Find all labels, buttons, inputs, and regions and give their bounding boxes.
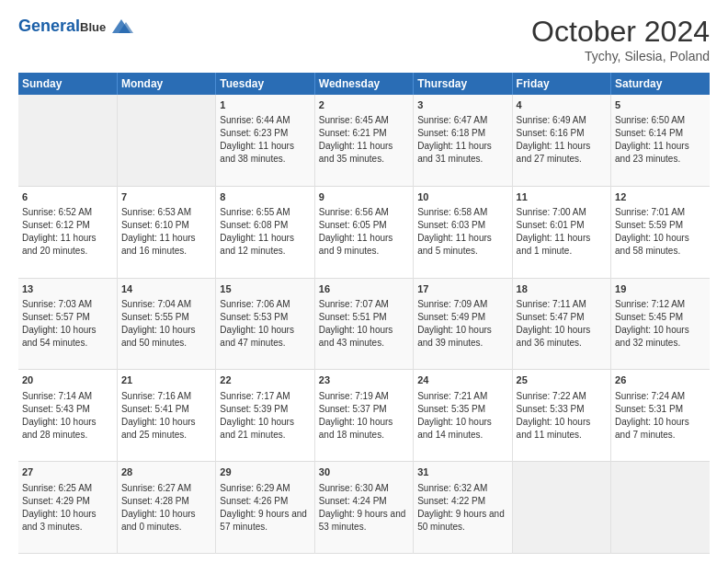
- weekday-header-tuesday: Tuesday: [216, 73, 314, 95]
- day-info: Sunrise: 7:24 AMSunset: 5:31 PMDaylight:…: [615, 390, 706, 442]
- calendar-cell: 26Sunrise: 7:24 AMSunset: 5:31 PMDayligh…: [611, 370, 710, 462]
- calendar-cell: [117, 95, 215, 186]
- day-number: 18: [517, 282, 607, 296]
- day-number: 9: [319, 190, 409, 204]
- day-info: Sunrise: 6:55 AMSunset: 6:08 PMDaylight:…: [220, 206, 310, 258]
- day-info: Sunrise: 7:07 AMSunset: 5:51 PMDaylight:…: [319, 298, 409, 350]
- day-info: Sunrise: 7:09 AMSunset: 5:49 PMDaylight:…: [417, 298, 507, 350]
- calendar-page: GeneralBlue October 2024 Tychy, Silesia,…: [0, 0, 728, 563]
- calendar-title: October 2024: [531, 15, 710, 49]
- day-number: 25: [517, 373, 607, 387]
- day-number: 14: [121, 282, 211, 296]
- day-info: Sunrise: 6:58 AMSunset: 6:03 PMDaylight:…: [417, 206, 507, 258]
- day-info: Sunrise: 7:22 AMSunset: 5:33 PMDaylight:…: [517, 390, 607, 442]
- weekday-header-saturday: Saturday: [611, 73, 710, 95]
- day-number: 22: [220, 373, 310, 387]
- header: GeneralBlue October 2024 Tychy, Silesia,…: [18, 15, 710, 63]
- calendar-cell: 19Sunrise: 7:12 AMSunset: 5:45 PMDayligh…: [611, 278, 710, 370]
- day-number: 11: [517, 190, 607, 204]
- calendar-cell: 14Sunrise: 7:04 AMSunset: 5:55 PMDayligh…: [117, 278, 215, 370]
- day-info: Sunrise: 7:21 AMSunset: 5:35 PMDaylight:…: [417, 390, 507, 442]
- day-number: 13: [22, 282, 113, 296]
- day-info: Sunrise: 6:27 AMSunset: 4:28 PMDaylight:…: [121, 482, 211, 534]
- day-info: Sunrise: 7:12 AMSunset: 5:45 PMDaylight:…: [615, 298, 706, 350]
- day-number: 27: [22, 465, 113, 479]
- calendar-cell: 27Sunrise: 6:25 AMSunset: 4:29 PMDayligh…: [18, 462, 117, 554]
- day-number: 4: [517, 98, 607, 112]
- day-number: 21: [121, 373, 211, 387]
- day-number: 17: [417, 282, 507, 296]
- calendar-cell: 7Sunrise: 6:53 AMSunset: 6:10 PMDaylight…: [117, 186, 215, 278]
- calendar-cell: 8Sunrise: 6:55 AMSunset: 6:08 PMDaylight…: [216, 186, 314, 278]
- calendar-cell: 15Sunrise: 7:06 AMSunset: 5:53 PMDayligh…: [216, 278, 314, 370]
- day-info: Sunrise: 7:04 AMSunset: 5:55 PMDaylight:…: [121, 298, 211, 350]
- calendar-cell: 24Sunrise: 7:21 AMSunset: 5:35 PMDayligh…: [414, 370, 512, 462]
- day-info: Sunrise: 7:16 AMSunset: 5:41 PMDaylight:…: [121, 390, 211, 442]
- day-info: Sunrise: 6:56 AMSunset: 6:05 PMDaylight:…: [319, 206, 409, 258]
- calendar-cell: 13Sunrise: 7:03 AMSunset: 5:57 PMDayligh…: [18, 278, 117, 370]
- day-number: 29: [220, 465, 310, 479]
- day-number: 3: [417, 98, 507, 112]
- logo: GeneralBlue: [18, 15, 135, 38]
- day-number: 2: [319, 98, 409, 112]
- day-number: 15: [220, 282, 310, 296]
- weekday-header-friday: Friday: [512, 73, 610, 95]
- day-number: 12: [615, 190, 706, 204]
- week-row-1: 1Sunrise: 6:44 AMSunset: 6:23 PMDaylight…: [18, 95, 710, 186]
- week-row-2: 6Sunrise: 6:52 AMSunset: 6:12 PMDaylight…: [18, 186, 710, 278]
- day-number: 23: [319, 373, 409, 387]
- calendar-cell: [611, 462, 710, 554]
- day-info: Sunrise: 6:30 AMSunset: 4:24 PMDaylight:…: [319, 482, 409, 534]
- calendar-cell: 5Sunrise: 6:50 AMSunset: 6:14 PMDaylight…: [611, 95, 710, 186]
- calendar-cell: 4Sunrise: 6:49 AMSunset: 6:16 PMDaylight…: [512, 95, 610, 186]
- day-info: Sunrise: 6:29 AMSunset: 4:26 PMDaylight:…: [220, 482, 310, 534]
- calendar-cell: 3Sunrise: 6:47 AMSunset: 6:18 PMDaylight…: [414, 95, 512, 186]
- week-row-4: 20Sunrise: 7:14 AMSunset: 5:43 PMDayligh…: [18, 370, 710, 462]
- day-info: Sunrise: 7:11 AMSunset: 5:47 PMDaylight:…: [517, 298, 607, 350]
- calendar-cell: 11Sunrise: 7:00 AMSunset: 6:01 PMDayligh…: [512, 186, 610, 278]
- calendar-cell: 18Sunrise: 7:11 AMSunset: 5:47 PMDayligh…: [512, 278, 610, 370]
- calendar-cell: 2Sunrise: 6:45 AMSunset: 6:21 PMDaylight…: [314, 95, 413, 186]
- day-info: Sunrise: 6:45 AMSunset: 6:21 PMDaylight:…: [319, 114, 409, 166]
- day-number: 1: [220, 98, 310, 112]
- day-info: Sunrise: 6:47 AMSunset: 6:18 PMDaylight:…: [417, 114, 507, 166]
- day-info: Sunrise: 6:49 AMSunset: 6:16 PMDaylight:…: [517, 114, 607, 166]
- calendar-cell: 10Sunrise: 6:58 AMSunset: 6:03 PMDayligh…: [414, 186, 512, 278]
- day-info: Sunrise: 7:03 AMSunset: 5:57 PMDaylight:…: [22, 298, 113, 350]
- weekday-header-thursday: Thursday: [414, 73, 512, 95]
- calendar-cell: 31Sunrise: 6:32 AMSunset: 4:22 PMDayligh…: [414, 462, 512, 554]
- calendar-cell: 12Sunrise: 7:01 AMSunset: 5:59 PMDayligh…: [611, 186, 710, 278]
- calendar-cell: 6Sunrise: 6:52 AMSunset: 6:12 PMDaylight…: [18, 186, 117, 278]
- title-block: October 2024 Tychy, Silesia, Poland: [531, 15, 710, 63]
- calendar-cell: [18, 95, 117, 186]
- day-number: 8: [220, 190, 310, 204]
- calendar-subtitle: Tychy, Silesia, Poland: [531, 49, 710, 63]
- calendar-cell: 1Sunrise: 6:44 AMSunset: 6:23 PMDaylight…: [216, 95, 314, 186]
- week-row-5: 27Sunrise: 6:25 AMSunset: 4:29 PMDayligh…: [18, 462, 710, 554]
- day-info: Sunrise: 7:17 AMSunset: 5:39 PMDaylight:…: [220, 390, 310, 442]
- calendar-cell: [512, 462, 610, 554]
- week-row-3: 13Sunrise: 7:03 AMSunset: 5:57 PMDayligh…: [18, 278, 710, 370]
- weekday-header-wednesday: Wednesday: [314, 73, 413, 95]
- day-number: 6: [22, 190, 113, 204]
- weekday-header-monday: Monday: [117, 73, 215, 95]
- calendar-table: SundayMondayTuesdayWednesdayThursdayFrid…: [18, 73, 710, 554]
- calendar-cell: 20Sunrise: 7:14 AMSunset: 5:43 PMDayligh…: [18, 370, 117, 462]
- day-number: 31: [417, 465, 507, 479]
- day-info: Sunrise: 6:32 AMSunset: 4:22 PMDaylight:…: [417, 482, 507, 534]
- day-info: Sunrise: 7:00 AMSunset: 6:01 PMDaylight:…: [517, 206, 607, 258]
- calendar-cell: 9Sunrise: 6:56 AMSunset: 6:05 PMDaylight…: [314, 186, 413, 278]
- day-number: 30: [319, 465, 409, 479]
- day-number: 5: [615, 98, 706, 112]
- day-number: 10: [417, 190, 507, 204]
- calendar-cell: 16Sunrise: 7:07 AMSunset: 5:51 PMDayligh…: [314, 278, 413, 370]
- calendar-cell: 21Sunrise: 7:16 AMSunset: 5:41 PMDayligh…: [117, 370, 215, 462]
- logo-icon: [108, 15, 135, 38]
- day-info: Sunrise: 6:50 AMSunset: 6:14 PMDaylight:…: [615, 114, 706, 166]
- day-info: Sunrise: 6:25 AMSunset: 4:29 PMDaylight:…: [22, 482, 113, 534]
- weekday-header-row: SundayMondayTuesdayWednesdayThursdayFrid…: [18, 73, 710, 95]
- calendar-cell: 28Sunrise: 6:27 AMSunset: 4:28 PMDayligh…: [117, 462, 215, 554]
- day-info: Sunrise: 6:53 AMSunset: 6:10 PMDaylight:…: [121, 206, 211, 258]
- weekday-header-sunday: Sunday: [18, 73, 117, 95]
- calendar-cell: 17Sunrise: 7:09 AMSunset: 5:49 PMDayligh…: [414, 278, 512, 370]
